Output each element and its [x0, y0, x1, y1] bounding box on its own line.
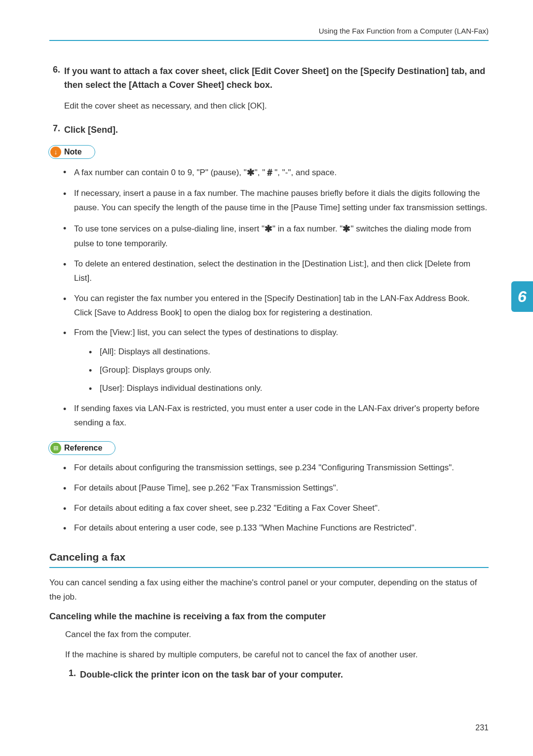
- step-number: 7.: [49, 123, 64, 137]
- list-item: If necessary, insert a pause in a fax nu…: [63, 187, 489, 215]
- note-badge: ↓ Note: [48, 145, 95, 159]
- list-item: [User]: Displays individual destinations…: [89, 381, 489, 396]
- chapter-tab: 6: [511, 281, 533, 312]
- body-text: Cancel the fax from the computer.: [65, 628, 489, 642]
- body-text: If the machine is shared by multiple com…: [65, 648, 489, 662]
- list-item: [Group]: Displays groups only.: [89, 363, 489, 378]
- text-fragment: From the [View:] list, you can select th…: [74, 328, 338, 337]
- list-item: To use tone services on a pulse-dialing …: [63, 221, 489, 251]
- list-item: For details about [Pause Time], see p.26…: [63, 481, 489, 495]
- list-item: You can register the fax number you ente…: [63, 292, 489, 320]
- list-item: A fax number can contain 0 to 9, "P" (pa…: [63, 165, 489, 181]
- star-icon: ✱: [265, 224, 272, 234]
- text-fragment: To use tone services on a pulse-dialing …: [74, 224, 265, 233]
- header-divider: [49, 40, 489, 41]
- hash-icon: ＃: [265, 167, 274, 178]
- list-item: From the [View:] list, you can select th…: [63, 326, 489, 396]
- page-number: 231: [475, 723, 489, 732]
- list-item: [All]: Displays all destinations.: [89, 345, 489, 359]
- text-fragment: " in a fax number. ": [272, 224, 343, 233]
- running-header: Using the Fax Function from a Computer (…: [49, 27, 489, 35]
- list-item: For details about editing a fax cover sh…: [63, 501, 489, 516]
- sub-heading: Canceling while the machine is receiving…: [49, 611, 489, 622]
- note-label: Note: [64, 148, 82, 156]
- text-fragment: ", ": [255, 168, 266, 177]
- step-title: If you want to attach a fax cover sheet,…: [64, 65, 489, 92]
- section-heading: Canceling a fax: [49, 551, 489, 563]
- list-item: For details about configuring the transm…: [63, 461, 489, 475]
- list-item: To delete an entered destination, select…: [63, 257, 489, 286]
- star-icon: ✱: [247, 167, 255, 178]
- text-fragment: A fax number can contain 0 to 9, "P" (pa…: [74, 168, 247, 177]
- section-divider: [49, 567, 489, 568]
- step-number: 6.: [49, 65, 64, 120]
- text-fragment: ", "-", and space.: [274, 168, 337, 177]
- step-number: 1.: [65, 668, 80, 682]
- step-text: Edit the cover sheet as necessary, and t…: [64, 99, 489, 113]
- step-title: Double-click the printer icon on the tas…: [80, 668, 343, 682]
- body-text: You can cancel sending a fax using eithe…: [49, 576, 489, 605]
- star-icon: ✱: [343, 224, 350, 234]
- reference-badge: ▤ Reference: [48, 441, 115, 455]
- step-title: Click [Send].: [64, 123, 489, 137]
- reference-label: Reference: [64, 444, 102, 453]
- list-item: For details about entering a user code, …: [63, 521, 489, 535]
- note-down-arrow-icon: ↓: [50, 147, 61, 157]
- list-item: If sending faxes via LAN-Fax is restrict…: [63, 402, 489, 430]
- reference-doc-icon: ▤: [50, 443, 61, 454]
